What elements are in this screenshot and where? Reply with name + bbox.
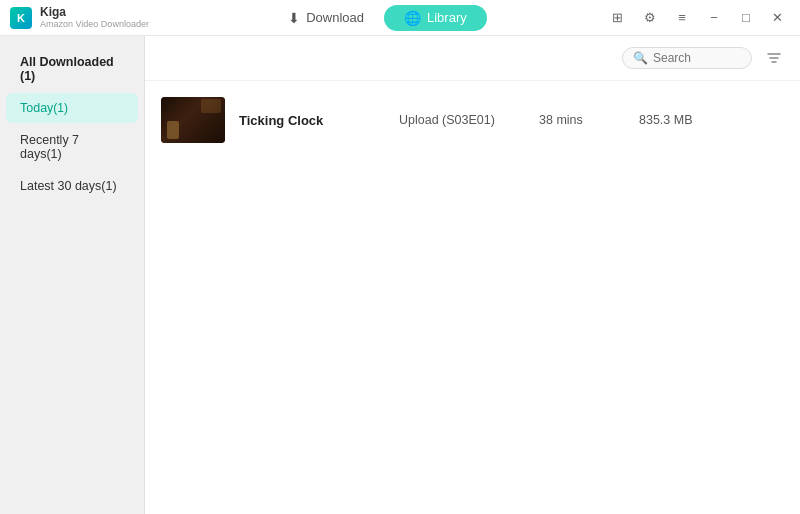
tab-library[interactable]: 🌐 Library [384, 5, 487, 31]
grid-button[interactable]: ⊞ [606, 6, 630, 30]
download-tab-icon: ⬇ [288, 10, 300, 26]
thumb-figure [167, 121, 179, 139]
content-toolbar: 🔍 [145, 36, 800, 81]
item-episode: Upload (S03E01) [399, 113, 539, 127]
app-title-text: Kiga Amazon Video Downloader [40, 5, 149, 30]
main-area: All Downloaded (1) Today(1) Recently 7 d… [0, 36, 800, 514]
filter-button[interactable] [760, 44, 788, 72]
tab-download[interactable]: ⬇ Download [268, 4, 384, 32]
sidebar-item-today[interactable]: Today(1) [6, 93, 138, 123]
app-subtitle: Amazon Video Downloader [40, 19, 149, 30]
title-bar: K Kiga Amazon Video Downloader ⬇ Downloa… [0, 0, 800, 36]
minimize-button[interactable]: − [702, 6, 726, 30]
close-button[interactable]: ✕ [766, 6, 790, 30]
sidebar-item-all-downloaded: All Downloaded (1) [6, 47, 138, 91]
download-tab-label: Download [306, 10, 364, 25]
item-thumbnail [161, 97, 225, 143]
thumbnail-scene [161, 97, 225, 143]
item-size: 835.3 MB [639, 113, 693, 127]
item-title: Ticking Clock [239, 113, 399, 128]
library-item[interactable]: Ticking Clock Upload (S03E01) 38 mins 83… [145, 89, 800, 151]
library-list: Ticking Clock Upload (S03E01) 38 mins 83… [145, 81, 800, 514]
search-box[interactable]: 🔍 [622, 47, 752, 69]
nav-tabs: ⬇ Download 🌐 Library [268, 4, 487, 32]
app-name: Kiga [40, 5, 149, 19]
search-icon: 🔍 [633, 51, 648, 65]
app-logo: K [10, 7, 32, 29]
window-controls: ⊞ ⚙ ≡ − □ ✕ [606, 6, 790, 30]
title-bar-left: K Kiga Amazon Video Downloader [10, 5, 149, 30]
item-info: Ticking Clock Upload (S03E01) 38 mins 83… [239, 113, 784, 128]
library-tab-label: Library [427, 10, 467, 25]
library-tab-icon: 🌐 [404, 10, 421, 26]
sidebar-item-recent7[interactable]: Recently 7 days(1) [6, 125, 138, 169]
search-input[interactable] [653, 51, 741, 65]
content-area: 🔍 Ticking Clock Upload (S03 [145, 36, 800, 514]
sidebar-item-latest30[interactable]: Latest 30 days(1) [6, 171, 138, 201]
maximize-button[interactable]: □ [734, 6, 758, 30]
thumb-bg-light [201, 99, 221, 113]
sidebar: All Downloaded (1) Today(1) Recently 7 d… [0, 36, 145, 514]
menu-button[interactable]: ≡ [670, 6, 694, 30]
settings-button[interactable]: ⚙ [638, 6, 662, 30]
item-duration: 38 mins [539, 113, 639, 127]
